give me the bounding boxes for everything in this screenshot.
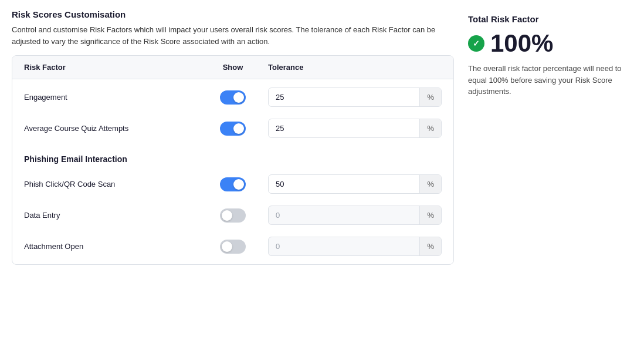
row-label-quiz: Average Course Quiz Attempts	[24, 124, 198, 133]
tolerance-engagement-input[interactable]	[269, 88, 419, 106]
tolerance-engagement-percent: %	[419, 88, 441, 106]
tolerance-phish-click-input[interactable]	[269, 175, 419, 193]
table-row: Average Course Quiz Attempts %	[12, 113, 453, 144]
tolerance-data-entry: %	[268, 206, 442, 225]
row-label-data-entry: Data Entry	[24, 211, 198, 220]
tolerance-attachment-input	[269, 237, 419, 255]
tolerance-attachment: %	[268, 237, 442, 256]
toggle-attachment-col	[198, 240, 268, 254]
page-container: Risk Scores Customisation Control and cu…	[0, 0, 644, 274]
tolerance-engagement: %	[268, 87, 442, 107]
page-title: Risk Scores Customisation	[12, 9, 454, 19]
tolerance-quiz: %	[268, 119, 442, 138]
risk-percentage: 100%	[490, 31, 553, 56]
toggle-attachment[interactable]	[220, 240, 246, 254]
tolerance-data-entry-wrapper: %	[268, 206, 442, 225]
tolerance-phish-click: %	[268, 174, 442, 194]
toggle-quiz[interactable]	[220, 122, 246, 136]
toggle-phish-click[interactable]	[220, 177, 246, 191]
table-row: Data Entry %	[12, 200, 453, 231]
tolerance-engagement-wrapper: %	[268, 87, 442, 107]
table-body: Engagement % Ave	[12, 79, 453, 264]
tolerance-quiz-wrapper: %	[268, 119, 442, 138]
page-description: Control and customise Risk Factors which…	[12, 24, 454, 47]
right-panel: Total Risk Factor 100% The overall risk …	[468, 9, 632, 265]
header-tolerance: Tolerance	[268, 63, 442, 72]
section-label-phishing: Phishing Email Interaction	[12, 144, 453, 169]
tolerance-quiz-percent: %	[419, 119, 441, 137]
tolerance-quiz-input[interactable]	[269, 119, 419, 137]
tolerance-attachment-percent: %	[419, 237, 441, 255]
tolerance-phish-click-percent: %	[419, 175, 441, 193]
tolerance-attachment-wrapper: %	[268, 237, 442, 256]
header-show: Show	[198, 63, 268, 72]
toggle-data-entry[interactable]	[220, 208, 246, 223]
tolerance-phish-click-wrapper: %	[268, 174, 442, 194]
table-row: Attachment Open %	[12, 231, 453, 262]
risk-description: The overall risk factor percentage will …	[468, 63, 632, 97]
risk-factors-table: Risk Factor Show Tolerance Engagement	[12, 55, 454, 265]
header-risk-factor: Risk Factor	[24, 63, 198, 72]
table-row: Engagement %	[12, 82, 453, 113]
total-risk-label: Total Risk Factor	[468, 14, 632, 24]
toggle-engagement[interactable]	[220, 90, 246, 105]
toggle-engagement-col	[198, 90, 268, 105]
row-label-phish-click: Phish Click/QR Code Scan	[24, 180, 198, 188]
check-circle-icon	[468, 35, 484, 52]
total-risk-value: 100%	[468, 31, 632, 56]
row-label-attachment-open: Attachment Open	[24, 242, 198, 251]
tolerance-data-entry-input	[269, 206, 419, 224]
tolerance-data-entry-percent: %	[419, 206, 441, 224]
toggle-data-entry-col	[198, 208, 268, 223]
toggle-quiz-col	[198, 122, 268, 136]
left-panel: Risk Scores Customisation Control and cu…	[12, 9, 454, 265]
toggle-phish-click-col	[198, 177, 268, 191]
table-row: Phish Click/QR Code Scan %	[12, 169, 453, 200]
row-label-engagement: Engagement	[24, 93, 198, 102]
table-header: Risk Factor Show Tolerance	[12, 56, 453, 79]
